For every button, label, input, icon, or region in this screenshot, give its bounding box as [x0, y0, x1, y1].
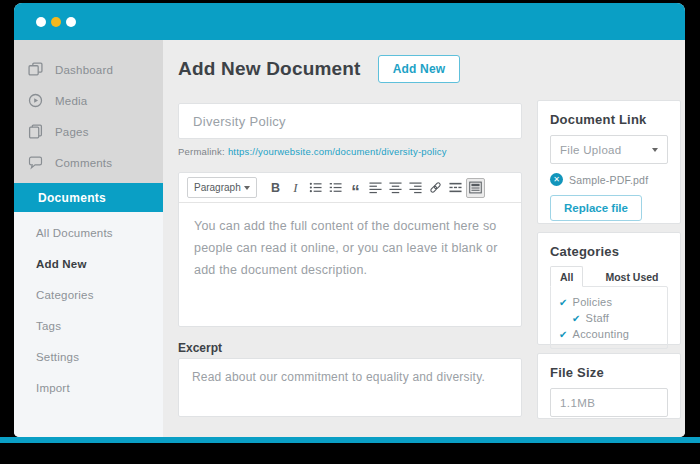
- page-title: Add New Document: [178, 58, 361, 80]
- replace-file-button[interactable]: Replace file: [550, 195, 642, 221]
- document-title-input[interactable]: [178, 103, 522, 139]
- document-title-field-wrap: [178, 103, 522, 139]
- tab-all[interactable]: All: [550, 266, 583, 287]
- app-window: Dashboard Media Pages: [14, 3, 685, 437]
- page-header: Add New Document Add New: [178, 55, 460, 83]
- category-label: Accounting: [573, 328, 629, 340]
- main-content: Add New Document Add New Permalink:https…: [163, 40, 685, 437]
- window-titlebar: [14, 3, 685, 40]
- categories-tabs: All Most Used: [550, 266, 668, 287]
- sidebar-item-label: Add New: [36, 258, 87, 270]
- paragraph-dropdown[interactable]: Paragraph: [187, 177, 257, 198]
- category-row-staff[interactable]: ✔ Staff: [559, 310, 659, 326]
- pages-icon: [28, 124, 43, 139]
- sidebar-item-documents[interactable]: Documents: [14, 183, 163, 212]
- sidebar-item-label: Media: [55, 95, 87, 107]
- desktop-background: Dashboard Media Pages: [0, 0, 700, 464]
- file-size-input[interactable]: [550, 388, 668, 417]
- sidebar-item-import[interactable]: Import: [14, 372, 163, 403]
- sidebar-item-media[interactable]: Media: [14, 85, 163, 116]
- checkbox-checked-icon[interactable]: ✔: [559, 329, 568, 340]
- sidebar-item-add-new[interactable]: Add New: [14, 248, 163, 279]
- editor-toolbar: Paragraph B I “: [179, 173, 521, 203]
- add-new-button[interactable]: Add New: [378, 55, 461, 83]
- sidebar-item-label: Tags: [36, 320, 61, 332]
- categories-list: ✔ Policies ✔ Staff ✔ Accounting: [550, 286, 668, 349]
- panel-title: File Size: [550, 365, 668, 380]
- file-size-panel: File Size: [537, 353, 681, 419]
- sidebar-item-categories[interactable]: Categories: [14, 279, 163, 310]
- sidebar-item-all-documents[interactable]: All Documents: [14, 217, 163, 248]
- numbered-list-icon[interactable]: [326, 178, 345, 198]
- panel-title: Document Link: [550, 112, 668, 127]
- content-editor: Paragraph B I “: [178, 172, 522, 327]
- sidebar-item-label: Documents: [38, 191, 106, 205]
- link-icon[interactable]: [426, 178, 445, 198]
- align-center-icon[interactable]: [386, 178, 405, 198]
- chevron-down-icon: [652, 148, 658, 152]
- bold-icon[interactable]: B: [266, 178, 285, 198]
- window-dot-icon: [51, 17, 61, 27]
- checkbox-checked-icon[interactable]: ✔: [559, 297, 568, 308]
- editor-content-area[interactable]: You can add the full content of the docu…: [179, 203, 521, 326]
- sidebar-item-label: Dashboard: [55, 64, 113, 76]
- read-more-icon[interactable]: [446, 178, 465, 198]
- permalink-link[interactable]: https://yourwebsite.com/document/diversi…: [228, 146, 447, 157]
- chevron-down-icon: [244, 186, 250, 190]
- panel-title: Categories: [550, 244, 668, 259]
- window-dot-icon: [66, 17, 76, 27]
- window-dot-icon: [36, 17, 46, 27]
- align-right-icon[interactable]: [406, 178, 425, 198]
- sidebar-item-label: Import: [36, 382, 70, 394]
- remove-file-icon[interactable]: ✕: [550, 173, 563, 186]
- sidebar-item-settings[interactable]: Settings: [14, 341, 163, 372]
- attached-file-row: ✕ Sample-PDF.pdf: [550, 173, 668, 186]
- categories-panel: Categories All Most Used ✔ Policies ✔ St…: [537, 232, 681, 345]
- sidebar-top-section: Dashboard Media Pages: [14, 40, 163, 183]
- document-link-panel: Document Link File Upload ✕ Sample-PDF.p…: [537, 100, 681, 224]
- bulleted-list-icon[interactable]: [306, 178, 325, 198]
- sidebar-item-comments[interactable]: Comments: [14, 147, 163, 178]
- excerpt-textarea[interactable]: Read about our commitment to equality an…: [178, 358, 522, 417]
- bottom-ribbon: [0, 437, 700, 443]
- toolbar-toggle-icon[interactable]: [466, 178, 485, 198]
- permalink-label: Permalink:: [178, 146, 225, 157]
- blockquote-icon[interactable]: “: [346, 178, 365, 198]
- align-left-icon[interactable]: [366, 178, 385, 198]
- sidebar-item-label: All Documents: [36, 227, 113, 239]
- excerpt-label: Excerpt: [178, 341, 222, 355]
- category-row-policies[interactable]: ✔ Policies: [559, 294, 659, 310]
- attached-file-name: Sample-PDF.pdf: [569, 174, 648, 186]
- category-row-accounting[interactable]: ✔ Accounting: [559, 326, 659, 342]
- file-upload-dropdown[interactable]: File Upload: [550, 135, 668, 164]
- sidebar-item-dashboard[interactable]: Dashboard: [14, 54, 163, 85]
- comments-icon: [28, 155, 43, 170]
- sidebar: Dashboard Media Pages: [14, 40, 163, 437]
- dashboard-icon: [28, 62, 43, 77]
- sidebar-item-label: Pages: [55, 126, 89, 138]
- category-label: Policies: [573, 296, 613, 308]
- sidebar-item-label: Comments: [55, 157, 112, 169]
- category-label: Staff: [586, 312, 609, 324]
- sidebar-item-label: Settings: [36, 351, 79, 363]
- sidebar-documents-submenu: All Documents Add New Categories Tags Se…: [14, 212, 163, 403]
- permalink: Permalink:https://yourwebsite.com/docume…: [178, 146, 447, 157]
- tab-most-used[interactable]: Most Used: [605, 271, 658, 287]
- sidebar-item-label: Categories: [36, 289, 94, 301]
- media-icon: [28, 93, 43, 108]
- sidebar-item-pages[interactable]: Pages: [14, 116, 163, 147]
- sidebar-item-tags[interactable]: Tags: [14, 310, 163, 341]
- checkbox-checked-icon[interactable]: ✔: [572, 313, 581, 324]
- italic-icon[interactable]: I: [286, 178, 305, 198]
